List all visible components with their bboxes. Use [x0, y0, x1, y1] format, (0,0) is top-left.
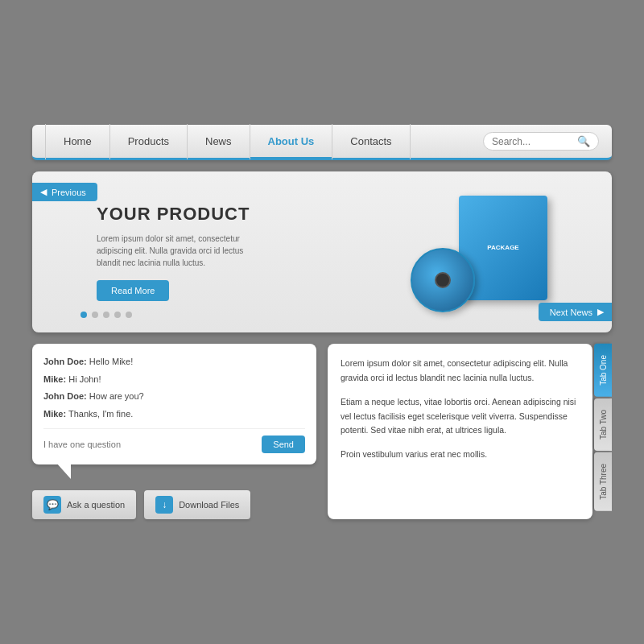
dot-2[interactable] [92, 312, 98, 318]
tabs-section: Lorem ipsum dolor sit amet, consectetur … [328, 344, 612, 519]
send-button[interactable]: Send [262, 436, 305, 453]
speaker-2: Mike: [43, 374, 66, 384]
prev-button[interactable]: ◀ Previous [32, 183, 97, 201]
product-disc [411, 248, 475, 312]
prev-label: Previous [52, 188, 86, 197]
chat-message-3: John Doe: How are you? [43, 390, 305, 403]
tab-paragraph-1: Lorem ipsum dolor sit amet, consectetur … [341, 357, 580, 386]
slider-content: YOUR PRODUCT Lorem ipsum dolor sit amet,… [32, 171, 612, 332]
download-label: Download Files [179, 500, 239, 510]
dot-1[interactable] [80, 312, 87, 318]
next-label: Next News [550, 308, 592, 317]
nav-item-contacts[interactable]: Contacts [332, 124, 410, 159]
tab-two-button[interactable]: Tab Two [594, 398, 612, 451]
slider-dots [80, 312, 132, 318]
nav-item-home[interactable]: Home [45, 124, 110, 159]
bottom-section: John Doe: Hello Mike! Mike: Hi John! Joh… [32, 344, 612, 519]
chat-message-1: John Doe: Hello Mike! [43, 355, 305, 369]
navbar: Home Products News About Us Contacts 🔍 [32, 125, 612, 160]
ask-question-button[interactable]: 💬 Ask a question [32, 490, 136, 519]
page-wrapper: Home Products News About Us Contacts 🔍 ◀… [32, 125, 612, 519]
speaker-1: John Doe: [43, 357, 87, 366]
msg-text-2: Hi John! [68, 374, 101, 384]
tab-paragraph-2: Etiam a neque lectus, vitae lobortis orc… [341, 395, 580, 439]
nav-item-about[interactable]: About Us [250, 124, 333, 159]
tab-sidebar: Tab One Tab Two Tab Three [594, 344, 612, 519]
nav-search: 🔍 [483, 132, 599, 151]
chat-section: John Doe: Hello Mike! Mike: Hi John! Joh… [32, 344, 316, 519]
tab-content: Lorem ipsum dolor sit amet, consectetur … [328, 344, 592, 519]
nav-item-news[interactable]: News [188, 124, 250, 159]
read-more-button[interactable]: Read More [97, 280, 169, 301]
tab-paragraph-3: Proin vestibulum varius erat nec mollis. [341, 448, 580, 462]
speaker-3: John Doe: [43, 391, 87, 401]
download-files-button[interactable]: ↓ Download Files [144, 490, 250, 519]
tab-one-button[interactable]: Tab One [594, 344, 612, 397]
chat-input-row: Send [43, 428, 305, 453]
ask-question-label: Ask a question [67, 500, 125, 510]
tab-three-button[interactable]: Tab Three [594, 452, 612, 511]
chat-input[interactable] [43, 440, 255, 449]
product-box-label: PACKAGE [487, 244, 518, 252]
chat-message-4: Mike: Thanks, I'm fine. [43, 407, 305, 421]
product-disc-inner [435, 272, 451, 288]
slider-description: Lorem ipsum dolor sit amet, consectetur … [97, 233, 258, 269]
search-input[interactable] [492, 136, 572, 147]
chat-actions: 💬 Ask a question ↓ Download Files [32, 471, 316, 519]
arrow-right-icon: ▶ [597, 307, 604, 317]
slider-image: PACKAGE [402, 188, 564, 316]
chat-icon: 💬 [43, 496, 61, 514]
nav-item-products[interactable]: Products [110, 124, 188, 159]
msg-text-3: How are you? [89, 391, 144, 401]
speaker-4: Mike: [43, 409, 66, 419]
chat-box: John Doe: Hello Mike! Mike: Hi John! Joh… [32, 344, 316, 464]
dot-5[interactable] [126, 312, 132, 318]
dot-3[interactable] [103, 312, 109, 318]
msg-text-1: Hello Mike! [89, 357, 133, 366]
slider-title: YOUR PRODUCT [97, 204, 402, 225]
nav-items: Home Products News About Us Contacts [45, 124, 483, 159]
slider-text: YOUR PRODUCT Lorem ipsum dolor sit amet,… [97, 204, 402, 301]
download-icon: ↓ [155, 496, 173, 514]
search-icon: 🔍 [577, 135, 590, 147]
next-button[interactable]: Next News ▶ [539, 303, 612, 321]
dot-4[interactable] [114, 312, 121, 318]
msg-text-4: Thanks, I'm fine. [68, 409, 133, 419]
slider-section: ◀ Previous YOUR PRODUCT Lorem ipsum dolo… [32, 171, 612, 332]
chat-message-2: Mike: Hi John! [43, 373, 305, 386]
arrow-left-icon: ◀ [40, 187, 47, 197]
